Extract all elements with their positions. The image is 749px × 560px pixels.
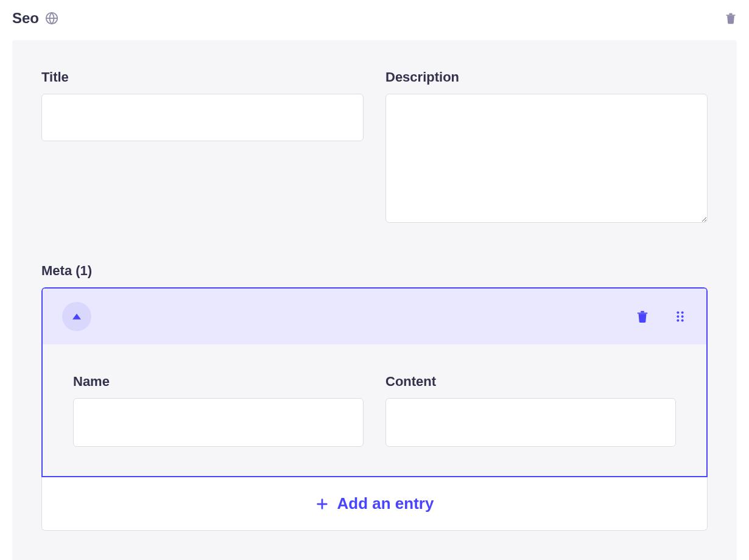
component-panel: Title Description Meta (1) — [12, 40, 737, 560]
description-field: Description — [385, 69, 708, 225]
description-label: Description — [385, 69, 708, 85]
meta-entry: Name Content — [41, 287, 708, 477]
meta-name-label: Name — [73, 374, 364, 390]
trash-icon — [725, 12, 737, 25]
add-entry-button[interactable]: Add an entry — [41, 477, 708, 531]
drag-handle[interactable] — [673, 309, 687, 324]
delete-entry-button[interactable] — [636, 309, 649, 324]
meta-entry-actions — [636, 309, 687, 324]
add-entry-label: Add an entry — [337, 494, 434, 513]
svg-point-4 — [681, 315, 684, 318]
drag-icon — [673, 309, 687, 324]
svg-point-2 — [681, 312, 684, 314]
svg-point-5 — [677, 319, 679, 321]
meta-entry-body: Name Content — [43, 345, 706, 476]
title-label: Title — [41, 69, 364, 85]
component-header: Seo — [0, 0, 749, 40]
title-input[interactable] — [41, 94, 364, 141]
plus-icon — [315, 497, 329, 511]
globe-icon — [45, 12, 58, 25]
meta-name-field: Name — [73, 374, 364, 447]
meta-entry-header — [43, 289, 706, 345]
collapse-entry-button[interactable] — [62, 302, 91, 331]
component-title: Seo — [12, 10, 39, 27]
svg-point-1 — [677, 312, 679, 314]
caret-up-icon — [72, 313, 81, 320]
component-title-wrap: Seo — [12, 10, 58, 27]
meta-content-label: Content — [385, 374, 676, 390]
description-input[interactable] — [385, 94, 708, 223]
title-field: Title — [41, 69, 364, 225]
delete-component-button[interactable] — [725, 12, 737, 25]
svg-point-3 — [677, 315, 679, 318]
trash-icon — [636, 309, 649, 324]
meta-repeat-container: Name Content Add an entry — [41, 287, 708, 531]
meta-name-input[interactable] — [73, 398, 364, 447]
meta-content-field: Content — [385, 374, 676, 447]
svg-point-6 — [681, 319, 684, 321]
seo-top-fields: Title Description — [41, 69, 708, 225]
meta-content-input[interactable] — [385, 398, 676, 447]
meta-label: Meta (1) — [41, 263, 708, 279]
